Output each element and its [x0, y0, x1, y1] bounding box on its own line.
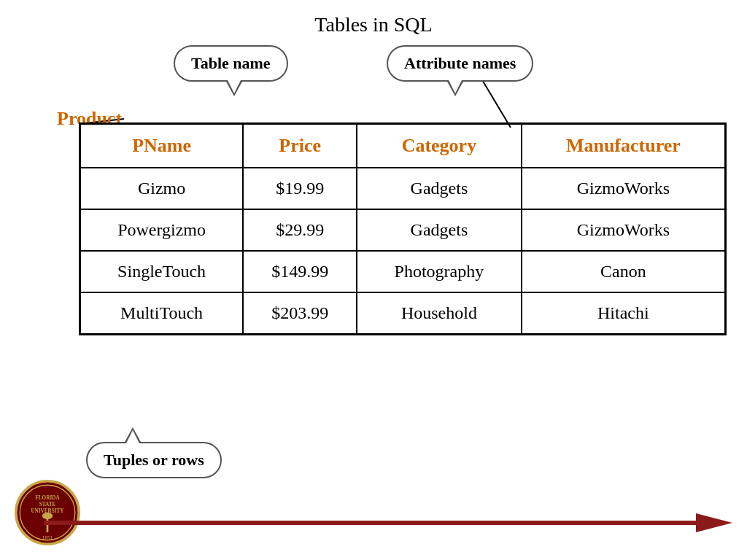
svg-text:FLORIDA: FLORIDA [35, 495, 60, 501]
cell-price-3: $203.99 [243, 292, 357, 335]
svg-text:1851: 1851 [42, 536, 53, 542]
fsu-logo: FLORIDA STATE UNIVERSITY 1851 [15, 480, 80, 545]
arrow-lines [44, 521, 696, 525]
table-name-bubble: Table name [174, 45, 288, 82]
col-header-manufacturer: Manufacturer [522, 124, 726, 168]
cell-pname-1: Powergizmo [80, 209, 244, 251]
cell-pname-2: SingleTouch [80, 251, 244, 292]
bottom-arrow [44, 518, 732, 528]
col-header-price: Price [243, 124, 357, 168]
cell-pname-0: Gizmo [80, 168, 244, 209]
svg-line-1 [481, 79, 511, 128]
table-row: SingleTouch $149.99 Photography Canon [80, 251, 726, 292]
cell-category-3: Household [357, 292, 522, 335]
cell-category-1: Gadgets [357, 209, 522, 251]
table-row: MultiTouch $203.99 Household Hitachi [80, 292, 726, 335]
sql-table-wrapper: PName Price Category Manufacturer Gizmo … [79, 122, 727, 335]
cell-category-2: Photography [357, 251, 522, 292]
cell-price-1: $29.99 [243, 209, 357, 251]
cell-pname-3: MultiTouch [80, 292, 244, 335]
svg-text:STATE: STATE [39, 502, 56, 508]
cell-manufacturer-3: Hitachi [522, 292, 726, 335]
arrow-head [696, 513, 732, 532]
cell-manufacturer-2: Canon [522, 251, 726, 292]
table-row: Powergizmo $29.99 Gadgets GizmoWorks [80, 209, 726, 251]
attribute-names-bubble: Attribute names [387, 45, 533, 82]
col-header-category: Category [357, 124, 522, 168]
cell-price-2: $149.99 [243, 251, 357, 292]
product-table: PName Price Category Manufacturer Gizmo … [79, 122, 727, 335]
tuples-bubble: Tuples or rows [86, 442, 222, 478]
cell-category-0: Gadgets [357, 168, 522, 209]
page-title: Tables in SQL [0, 0, 747, 36]
cell-manufacturer-0: GizmoWorks [522, 168, 726, 209]
cell-manufacturer-1: GizmoWorks [522, 209, 726, 251]
col-header-pname: PName [80, 124, 244, 168]
table-name-bubble-label: Table name [191, 54, 271, 72]
tuples-bubble-label: Tuples or rows [104, 451, 204, 469]
cell-price-0: $19.99 [243, 168, 357, 209]
table-row: Gizmo $19.99 Gadgets GizmoWorks [80, 168, 726, 209]
table-header-row: PName Price Category Manufacturer [80, 124, 726, 168]
attribute-names-bubble-label: Attribute names [404, 54, 516, 72]
